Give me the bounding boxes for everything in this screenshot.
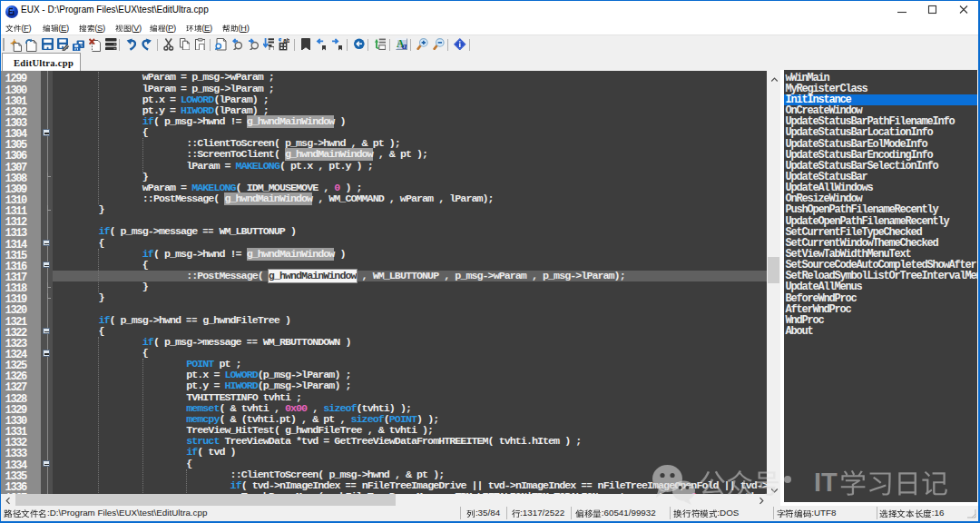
- svg-text:ab: ab: [283, 38, 289, 44]
- svg-text:a: a: [402, 41, 407, 50]
